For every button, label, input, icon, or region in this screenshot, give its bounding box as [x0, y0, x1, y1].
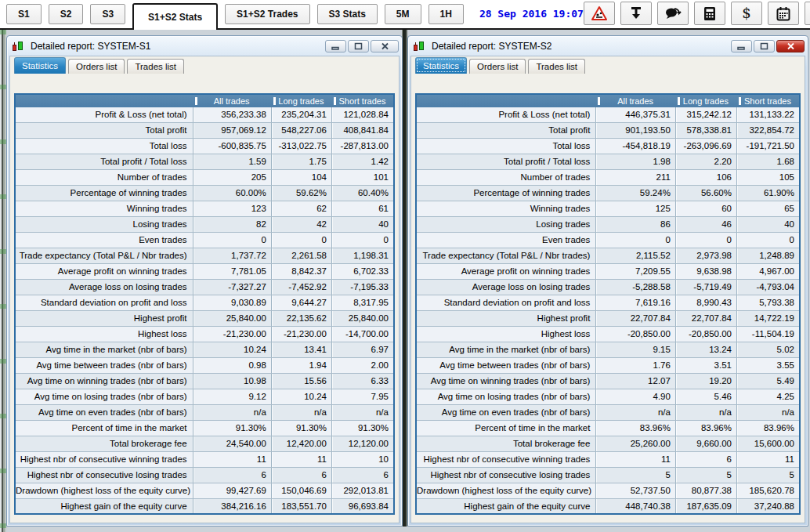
toolbar-tab-s1[interactable]: S1: [6, 4, 42, 24]
close-button[interactable]: [776, 40, 805, 52]
stat-row: Total loss-454,818.19-263,096.69-191,721…: [417, 139, 799, 154]
stat-value: 24,540.00: [193, 436, 271, 451]
stat-row: Avg time on winning trades (nbr of bars)…: [16, 374, 393, 389]
stat-row: Highest profit22,707.8422,707.8414,722.1…: [417, 311, 799, 327]
stat-value: 11: [271, 452, 331, 467]
toolbar-tab-s3[interactable]: S3: [90, 4, 125, 24]
stat-value: -7,195.33: [331, 280, 393, 295]
stat-row: Highest nbr of consecutive losing trades…: [417, 468, 799, 483]
stat-value: -7,327.27: [193, 280, 271, 295]
stat-value: 82: [193, 217, 271, 232]
stat-value: 37,240.88: [736, 499, 799, 514]
stat-row: Total brokerage fee24,540.0012,420.0012,…: [16, 436, 393, 452]
stat-label: Total profit: [16, 123, 193, 138]
stat-value: 448,740.38: [595, 499, 675, 514]
calculator-button[interactable]: [694, 2, 725, 25]
titlebar[interactable]: Detailed report: SYSTEM-S2: [408, 36, 808, 55]
stat-value: 4.90: [595, 389, 675, 404]
minimize-button[interactable]: [325, 40, 346, 52]
tab-trades-list[interactable]: Trades list: [528, 59, 585, 74]
window-client-area: StatisticsOrders listTrades list All tra…: [9, 56, 400, 523]
stat-label: Highest gain of the equity curve: [16, 499, 193, 514]
window-buttons: [325, 40, 399, 52]
stat-value: 5.02: [736, 342, 799, 357]
close-button[interactable]: [371, 40, 399, 52]
stat-value: 60.00%: [193, 186, 271, 201]
stat-value: 9,660.00: [675, 436, 736, 451]
tab-orders-list[interactable]: Orders list: [68, 59, 125, 74]
stat-value: -5,288.58: [595, 280, 675, 295]
stat-row: Even trades000: [16, 233, 393, 248]
titlebar[interactable]: Detailed report: SYSTEM-S1: [7, 36, 402, 55]
stat-label: Average loss on losing trades: [417, 280, 595, 295]
hazard-button[interactable]: [584, 2, 615, 25]
stat-value: 11: [595, 452, 675, 467]
toolbar-tab-5m[interactable]: 5M: [385, 4, 421, 24]
stat-label: Even trades: [417, 233, 595, 248]
stat-row: Percentage of winning trades59.24%56.60%…: [417, 186, 799, 201]
toolbar-icon-buttons: $: [584, 2, 810, 25]
warning-button[interactable]: [805, 2, 810, 25]
stat-label: Average profit on winning trades: [417, 264, 595, 279]
background-chart-sliver: [0, 30, 6, 532]
stat-row: Even trades000: [417, 233, 799, 248]
stat-value: 211: [595, 170, 675, 185]
stat-value: 99,427.69: [193, 483, 271, 498]
window-system-s2: Detailed report: SYSTEM-S2 StatisticsOrd…: [407, 35, 808, 527]
stat-row: Losing trades824240: [16, 217, 393, 233]
calendar-button[interactable]: [768, 2, 799, 25]
stat-value: -454,818.19: [595, 139, 675, 154]
toolbar-tab-s3-stats[interactable]: S3 Stats: [317, 4, 378, 24]
maximize-button[interactable]: [348, 40, 369, 52]
stat-label: Percent of time in the market: [417, 421, 595, 436]
hazard-icon: [591, 5, 608, 21]
toolbar-tab-s2[interactable]: S2: [49, 4, 84, 24]
stat-row: Avg time on winning trades (nbr of bars)…: [417, 374, 799, 389]
candlestick-icon: [413, 41, 426, 52]
stat-value: 12.07: [595, 374, 675, 389]
tab-trades-list[interactable]: Trades list: [127, 59, 184, 74]
stat-value: 10.24: [271, 389, 331, 404]
stat-value: 60.40%: [331, 186, 393, 201]
stat-row: Avg time on even trades (nbr of bars)n/a…: [16, 405, 393, 421]
stat-row: Trade expectancy (Total P&L / Nbr trades…: [417, 248, 799, 264]
stat-row: Standard deviation on profit and loss7,6…: [417, 295, 799, 311]
arrow-down-to-bar-button[interactable]: [620, 2, 652, 25]
stat-value: 0: [271, 233, 331, 248]
chat-refresh-button[interactable]: [657, 2, 689, 25]
stat-value: 60: [675, 201, 736, 216]
stat-value: -11,504.19: [736, 327, 799, 342]
column-separator-tick: [739, 97, 741, 105]
stat-value: -21,230.00: [271, 327, 331, 342]
stat-value: 42: [271, 217, 331, 232]
stat-row: Highest gain of the equity curve384,216.…: [16, 499, 393, 515]
table-header: All tradesLong tradesShort trades: [417, 95, 799, 107]
chat-refresh-icon: [664, 6, 682, 20]
stat-row: Drawdown (highest loss of the equity cur…: [16, 483, 393, 499]
toolbar-tab-s1s2-stats[interactable]: S1+S2 Stats: [132, 3, 218, 30]
stat-value: 25,840.00: [331, 311, 393, 326]
tab-orders-list[interactable]: Orders list: [469, 59, 526, 74]
tab-statistics[interactable]: Statistics: [14, 57, 66, 74]
stat-value: 1.75: [271, 154, 331, 169]
stat-value: 59.24%: [595, 186, 675, 201]
column-separator-tick: [334, 97, 336, 105]
dollar-button[interactable]: $: [731, 2, 762, 25]
stat-label: Total profit: [417, 123, 595, 138]
stat-row: Highest nbr of consecutive winning trade…: [417, 452, 799, 468]
tab-statistics[interactable]: Statistics: [415, 57, 467, 74]
stat-label: Average profit on winning trades: [16, 264, 193, 279]
stat-value: -263,096.69: [675, 139, 736, 154]
stat-value: -313,022.75: [271, 139, 331, 154]
minimize-button[interactable]: [731, 40, 752, 52]
toolbar-tab-1h[interactable]: 1H: [429, 4, 464, 24]
stat-value: 12,120.00: [331, 436, 393, 451]
maximize-button[interactable]: [754, 40, 775, 52]
calculator-icon: [703, 6, 716, 21]
stat-row: Total loss-600,835.75-313,022.75-287,813…: [16, 139, 393, 154]
stat-row: Highest loss-20,850.00-20,850.00-11,504.…: [417, 327, 799, 342]
stat-row: Avg time on losing trades (nbr of bars)4…: [417, 389, 799, 405]
stat-value: 5: [736, 468, 799, 483]
toolbar-tab-s1s2-trades[interactable]: S1+S2 Trades: [225, 4, 309, 24]
stat-value: 1,198.31: [331, 248, 393, 263]
